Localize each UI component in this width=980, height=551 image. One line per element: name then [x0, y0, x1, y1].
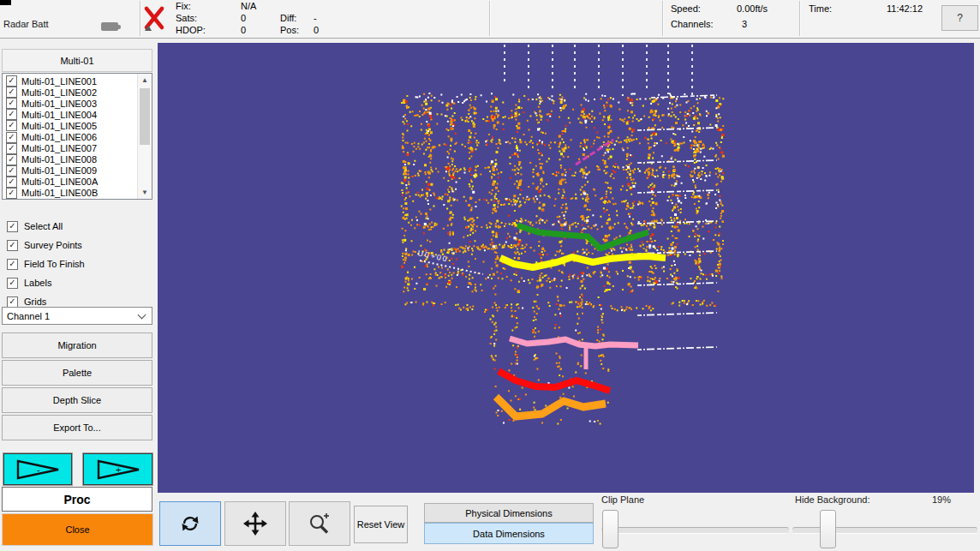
line-list-scrollbar[interactable]: ▲ ▼ — [137, 74, 152, 199]
clip-plane-slider[interactable] — [601, 527, 789, 534]
speed-value: 0.00ft/s — [737, 3, 768, 14]
checkbox-checked-icon[interactable]: ✓ — [6, 188, 17, 199]
option-labels[interactable]: ✓Labels — [7, 277, 51, 289]
scroll-down-icon[interactable]: ▼ — [138, 186, 152, 199]
checkbox-checked-icon[interactable]: ✓ — [6, 75, 17, 87]
project-group-title: Multi-01 — [60, 56, 93, 66]
reset-view-button[interactable]: Reset View — [354, 506, 408, 543]
checkbox-checked-icon[interactable]: ✓ — [7, 240, 18, 251]
line-label: Multi-01_LINE004 — [21, 110, 97, 120]
line-list-item[interactable]: ✓Multi-01_LINE007 — [3, 143, 137, 154]
viewport-3d[interactable]: U0+00 — [158, 43, 974, 493]
line-list-item[interactable]: ✓Multi-01_LINE005 — [3, 120, 137, 131]
option-label: Labels — [24, 278, 51, 288]
line-label: Multi-01_LINE007 — [21, 143, 97, 153]
line-label: Multi-01_LINE00A — [21, 177, 98, 187]
diff-label: Diff: — [280, 13, 296, 23]
checkbox-checked-icon[interactable]: ✓ — [6, 98, 17, 109]
line-list-rows: ✓Multi-01_LINE001✓Multi-01_LINE002✓Multi… — [3, 75, 137, 199]
channels-label: Channels: — [671, 19, 714, 29]
line-list-item[interactable]: ✓Multi-01_LINE009 — [3, 165, 137, 177]
checkbox-checked-icon[interactable]: ✓ — [6, 120, 17, 131]
option-label: Field To Finish — [24, 259, 85, 269]
gain-decrease-button[interactable]: - — [3, 453, 72, 485]
depth-slice-button[interactable]: Depth Slice — [2, 387, 152, 413]
diff-value: - — [314, 13, 317, 23]
project-group-header[interactable]: Multi-01 — [2, 49, 152, 72]
option-label: Grids — [24, 296, 46, 307]
checkbox-checked-icon[interactable]: ✓ — [6, 165, 17, 177]
time-value: 11:42:12 — [887, 3, 923, 14]
line-label: Multi-01_LINE002 — [21, 87, 97, 98]
help-button[interactable]: ? — [941, 5, 978, 31]
divider — [489, 1, 490, 36]
application-window: Radar Batt Fix: N/A Sats: 0 HDOP: 0 Diff… — [0, 0, 980, 551]
line-list-item[interactable]: ✓Multi-01_LINE002 — [3, 87, 137, 98]
line-list-item[interactable]: ✓Multi-01_LINE008 — [3, 154, 137, 165]
triangle-plus-icon: + — [92, 458, 145, 482]
clip-plane-label: Clip Plane — [601, 494, 644, 505]
checkbox-checked-icon[interactable]: ✓ — [6, 177, 17, 188]
migration-button[interactable]: Migration — [2, 332, 152, 358]
divider — [140, 1, 140, 36]
option-field-to-finish[interactable]: ✓Field To Finish — [7, 258, 85, 270]
export-to-button[interactable]: Export To... — [2, 415, 152, 440]
line-list-item[interactable]: ✓Multi-01_LINE00B — [3, 188, 137, 199]
svg-text:-: - — [37, 464, 40, 475]
hdop-label: HDOP: — [176, 25, 206, 35]
option-label: Survey Points — [24, 240, 82, 250]
svg-text:+: + — [116, 464, 121, 475]
checkbox-checked-icon[interactable]: ✓ — [6, 109, 17, 120]
line-label: Multi-01_LINE008 — [21, 154, 97, 165]
checkbox-checked-icon[interactable]: ✓ — [6, 132, 17, 143]
line-list-item[interactable]: ✓Multi-01_LINE003 — [3, 98, 137, 109]
line-list-item[interactable]: ✓Multi-01_LINE004 — [3, 109, 137, 120]
fix-value: N/A — [241, 1, 256, 11]
checkbox-checked-icon[interactable]: ✓ — [6, 87, 17, 98]
checkbox-checked-icon[interactable]: ✓ — [6, 154, 17, 165]
proc-button[interactable]: Proc — [2, 487, 152, 512]
rotate-view-button[interactable] — [159, 501, 221, 546]
close-button[interactable]: Close — [2, 513, 153, 546]
channels-value: 3 — [742, 19, 747, 29]
line-label: Multi-01_LINE009 — [21, 165, 97, 176]
option-survey-points[interactable]: ✓Survey Points — [7, 239, 82, 251]
scroll-up-icon[interactable]: ▲ — [138, 74, 152, 87]
option-select-all[interactable]: ✓Select All — [7, 220, 63, 232]
status-bar: Radar Batt Fix: N/A Sats: 0 HDOP: 0 Diff… — [0, 0, 980, 39]
rotate-icon — [179, 512, 201, 535]
checkbox-checked-icon[interactable]: ✓ — [7, 278, 18, 289]
channel-select-value: Channel 1 — [7, 311, 50, 321]
checkbox-checked-icon[interactable]: ✓ — [7, 221, 18, 232]
divider — [799, 1, 800, 36]
data-dimensions-button[interactable]: Data Dimensions — [424, 523, 594, 544]
zoom-view-button[interactable] — [289, 501, 350, 546]
checkbox-checked-icon[interactable]: ✓ — [7, 259, 18, 270]
hide-background-slider-thumb[interactable] — [820, 510, 836, 548]
checkbox-checked-icon[interactable]: ✓ — [6, 143, 17, 154]
radar-batt-label: Radar Batt — [3, 19, 49, 29]
option-grids[interactable]: ✓Grids — [7, 296, 46, 308]
divider — [662, 1, 663, 36]
line-label: Multi-01_LINE006 — [21, 132, 97, 142]
palette-button[interactable]: Palette — [2, 360, 152, 386]
channel-select[interactable]: Channel 1 — [2, 307, 152, 325]
scrollbar-thumb[interactable] — [140, 88, 150, 145]
pos-value: 0 — [314, 25, 319, 35]
hide-background-value: 19% — [932, 494, 951, 505]
pan-view-button[interactable] — [224, 501, 286, 546]
checkbox-checked-icon[interactable]: ✓ — [7, 296, 18, 308]
speed-label: Speed: — [671, 3, 701, 14]
line-label: Multi-01_LINE005 — [21, 121, 97, 131]
physical-dimensions-button[interactable]: Physical Dimensions — [424, 503, 594, 523]
triangle-minus-icon: - — [11, 458, 64, 482]
gps-error-icon — [141, 5, 165, 33]
line-list-item[interactable]: ✓Multi-01_LINE006 — [3, 131, 137, 142]
clip-plane-slider-thumb[interactable] — [602, 510, 618, 548]
time-label: Time: — [809, 3, 832, 14]
line-list-item[interactable]: ✓Multi-01_LINE001 — [3, 75, 137, 87]
line-list-item[interactable]: ✓Multi-01_LINE00A — [3, 177, 137, 188]
battery-icon — [101, 22, 118, 31]
line-list[interactable]: ✓Multi-01_LINE001✓Multi-01_LINE002✓Multi… — [2, 73, 152, 200]
gain-increase-button[interactable]: + — [83, 453, 152, 485]
